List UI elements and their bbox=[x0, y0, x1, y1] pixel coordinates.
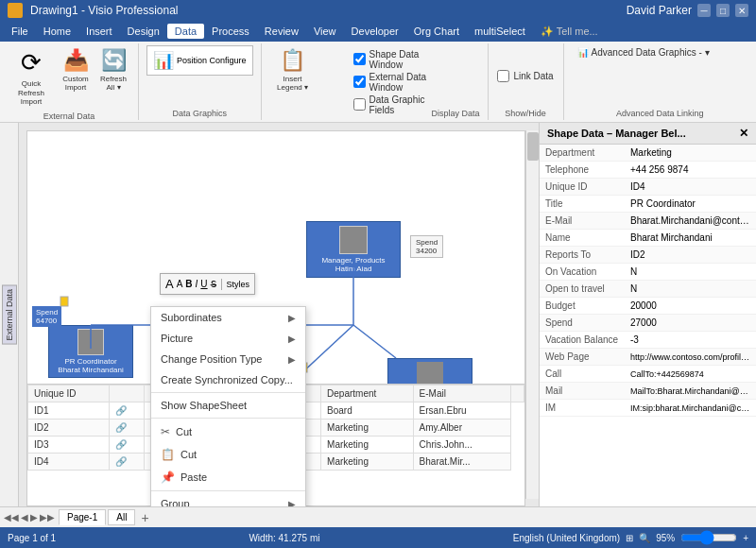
display-data-label: Display Data bbox=[432, 107, 480, 118]
shape-key: Name bbox=[540, 230, 625, 247]
shape-key: Telephone bbox=[540, 162, 625, 179]
custom-import-button[interactable]: 📥 CustomImport bbox=[57, 45, 94, 94]
position-configure-button[interactable]: 📊 Position Configure bbox=[146, 45, 253, 76]
page-tab-1[interactable]: Page-1 bbox=[59, 509, 106, 525]
shape-val: ID2 bbox=[625, 247, 756, 264]
add-page-btn[interactable]: + bbox=[141, 510, 148, 525]
shape-data-close[interactable]: ✕ bbox=[739, 127, 748, 140]
menu-review[interactable]: Review bbox=[257, 24, 306, 39]
quick-import-button[interactable]: ⟳ QuickRefreshImport bbox=[8, 45, 55, 110]
font-size-a-small[interactable]: A bbox=[177, 279, 183, 289]
advanced-data-graphics-button[interactable]: 📊 Advanced Data Graphics - ▾ bbox=[572, 45, 748, 60]
show-hide-label: Show/Hide bbox=[505, 107, 546, 118]
minimize-button[interactable]: ─ bbox=[697, 4, 711, 17]
picture-label: Picture bbox=[161, 333, 193, 344]
refresh-all-button[interactable]: 🔄 RefreshAll ▾ bbox=[96, 45, 130, 94]
shape-key: IM bbox=[540, 400, 625, 417]
shape-val: +44 256 9874 bbox=[625, 162, 756, 179]
menu-orgchart[interactable]: Org Chart bbox=[406, 24, 467, 39]
format-divider bbox=[221, 279, 222, 290]
shape-val: N bbox=[625, 264, 756, 281]
styles-label[interactable]: Styles bbox=[227, 280, 250, 289]
font-underline[interactable]: U bbox=[200, 279, 207, 289]
title-bar-left: Drawing1 - Visio Professional bbox=[8, 3, 179, 18]
shape-data-row: Telephone +44 256 9874 bbox=[540, 162, 756, 179]
tab-nav-first[interactable]: ◀◀ bbox=[4, 512, 19, 522]
menu-home[interactable]: Home bbox=[36, 24, 78, 39]
tab-nav-last[interactable]: ▶▶ bbox=[40, 512, 55, 522]
col-department: Department bbox=[321, 385, 414, 402]
menu-process[interactable]: Process bbox=[204, 24, 257, 39]
page-tab-all[interactable]: All bbox=[108, 509, 135, 525]
ctx-change-position[interactable]: Change Position Type ▶ bbox=[151, 349, 305, 369]
show-shapesheet-label: Show ShapeSheet bbox=[161, 400, 247, 411]
shape-key: Call bbox=[540, 366, 625, 383]
shape-val: N bbox=[625, 281, 756, 298]
adv-graphics-label: Advanced Data Graphics - bbox=[592, 47, 702, 58]
ctx-show-shapesheet[interactable]: Show ShapeSheet bbox=[151, 395, 305, 416]
tab-nav-prev[interactable]: ◀ bbox=[21, 512, 28, 522]
menu-multiselect[interactable]: multiSelect bbox=[467, 24, 533, 39]
zoom-slider[interactable] bbox=[680, 531, 737, 544]
insert-legend-button[interactable]: 📋 InsertLegend ▾ bbox=[269, 45, 317, 94]
pr-coord-node[interactable]: PR Coordinator Bharat Mirchandani bbox=[48, 325, 133, 378]
shape-key: Title bbox=[540, 196, 625, 213]
left-panel-toggle[interactable]: External Data bbox=[0, 123, 19, 506]
ctx-copy[interactable]: 📋 Cut bbox=[151, 443, 305, 466]
maximize-button[interactable]: □ bbox=[716, 4, 730, 17]
shape-val: IM:sip:bharat.Mirchandani@cont... bbox=[625, 400, 756, 417]
shape-data-row: Budget 20000 bbox=[540, 298, 756, 315]
cell-id: ID3 bbox=[28, 437, 110, 454]
tab-nav-next[interactable]: ▶ bbox=[30, 512, 38, 522]
ctx-group[interactable]: Group ▶ bbox=[151, 493, 305, 506]
font-strikethrough[interactable]: S̶ bbox=[211, 279, 216, 289]
zoom-in-icon[interactable]: + bbox=[743, 533, 748, 543]
shape-val: MailTo:Bharat.Mirchandani@cont... bbox=[625, 383, 756, 400]
ribbon: ⟳ QuickRefreshImport 📥 CustomImport 🔄 Re… bbox=[0, 42, 756, 123]
external-data-label: External Data bbox=[43, 110, 95, 121]
ribbon-datagraphics-btns: 📊 Position Configure bbox=[146, 45, 253, 107]
shape-data-window-checkbox[interactable]: Shape Data Window bbox=[353, 49, 432, 70]
external-data-window-checkbox[interactable]: External Data Window bbox=[353, 72, 432, 93]
ctx-cut[interactable]: ✂ Cut bbox=[151, 420, 305, 443]
vertical-scrollbar[interactable] bbox=[525, 130, 539, 499]
menu-developer[interactable]: Developer bbox=[344, 24, 406, 39]
ctx-picture[interactable]: Picture ▶ bbox=[151, 328, 305, 349]
canvas-inner[interactable]: Manager, Products Hatim Aiad Spend 34200… bbox=[19, 123, 539, 506]
refresh-all-icon: 🔄 bbox=[101, 48, 127, 73]
menu-tell-me[interactable]: ✨ Tell me... bbox=[533, 24, 606, 40]
menu-insert[interactable]: Insert bbox=[78, 24, 120, 39]
adv-graphics-icon: 📊 bbox=[577, 47, 589, 58]
shape-data-row: Unique ID ID4 bbox=[540, 179, 756, 196]
font-italic[interactable]: I bbox=[196, 279, 198, 289]
manager-node[interactable]: Manager, Products Hatim Aiad bbox=[306, 221, 401, 278]
data-graphic-fields-checkbox[interactable]: Data Graphic Fields bbox=[353, 94, 432, 115]
shape-key: Open to travel bbox=[540, 281, 625, 298]
menu-data[interactable]: Data bbox=[167, 24, 204, 39]
zoom-level: 95% bbox=[656, 533, 675, 543]
cut-label: Cut bbox=[176, 426, 192, 437]
font-size-a[interactable]: A bbox=[165, 277, 174, 291]
col-email: E-Mail bbox=[413, 385, 510, 402]
ribbon-group-data-graphics: 📊 Position Configure Data Graphics bbox=[139, 43, 262, 120]
font-bold[interactable]: B bbox=[185, 279, 192, 289]
shape-key: Reports To bbox=[540, 247, 625, 264]
scrollbar-thumb[interactable] bbox=[527, 132, 539, 161]
col-unique-id: Unique ID bbox=[28, 385, 110, 402]
ctx-paste[interactable]: 📌 Paste bbox=[151, 466, 305, 488]
menu-view[interactable]: View bbox=[306, 24, 344, 39]
ctx-subordinates[interactable]: Subordinates ▶ bbox=[151, 307, 305, 328]
app-icon bbox=[8, 3, 23, 18]
ctx-create-sync[interactable]: Create Synchronized Copy... bbox=[151, 369, 305, 390]
pr-coord-title: PR Coordinator bbox=[52, 357, 129, 366]
close-button[interactable]: ✕ bbox=[735, 4, 748, 17]
menu-design[interactable]: Design bbox=[120, 24, 167, 39]
adv-graphics-chevron: ▾ bbox=[705, 47, 710, 58]
shape-data-row: Mail MailTo:Bharat.Mirchandani@cont... bbox=[540, 383, 756, 400]
change-position-label: Change Position Type bbox=[161, 353, 262, 365]
link-data-checkbox[interactable]: Link Data bbox=[497, 70, 553, 82]
menu-file[interactable]: File bbox=[4, 24, 36, 39]
status-lang: English (United Kingdom) bbox=[513, 533, 620, 543]
shape-key: Budget bbox=[540, 298, 625, 315]
paste-icon: 📌 bbox=[161, 471, 175, 484]
